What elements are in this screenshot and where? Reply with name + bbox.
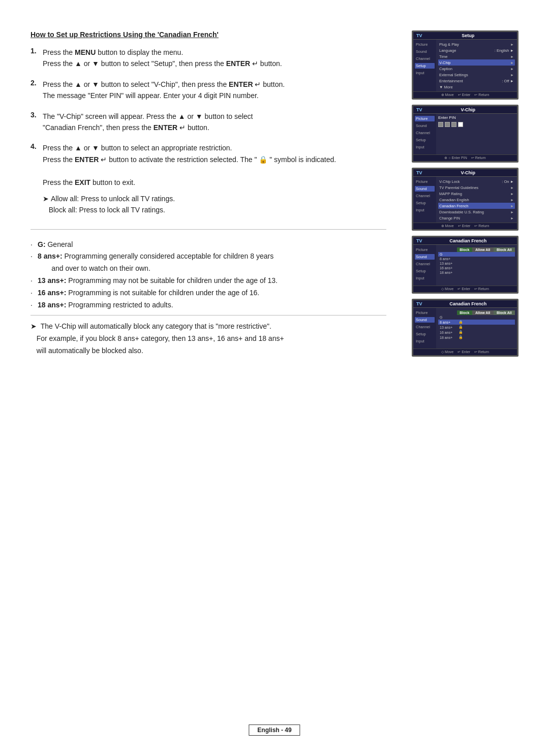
page-footer-box: English - 49: [249, 724, 300, 736]
cf-13-allow: [472, 261, 494, 266]
section-title: How to Set up Restrictions Using the 'Ca…: [30, 30, 386, 39]
menu-entertainment-label: Entertainment: [439, 79, 463, 83]
divider-note: G: General 8 ans+: Programming generally…: [30, 229, 386, 316]
tv-header-2: TV V-Chip: [413, 106, 517, 114]
sidebar-sound-5: Sound: [415, 317, 435, 323]
menu-entertainment-value: : Off ►: [502, 79, 514, 83]
cf2-8-allow: [472, 320, 494, 325]
tv-sidebar-5: Picture Sound Channel Setup Input: [413, 308, 436, 349]
cf2-row-g: G: [438, 315, 515, 320]
enter-pin-label: Enter PIN: [438, 115, 515, 120]
tv-footer-enter-5: ↵ Enter: [458, 350, 470, 354]
cf2-13-block: 🔒: [457, 325, 472, 330]
tv-footer-4: ◇ Move ↵ Enter ↩ Return: [413, 286, 517, 292]
tv-label-2: TV: [416, 107, 422, 112]
sidebar-setup-3: Setup: [415, 200, 435, 206]
enter-symbol-3: ↵: [179, 123, 186, 132]
cf-g-block: [457, 252, 472, 257]
tv-sidebar-3: Picture Sound Channel Setup Input: [413, 177, 436, 223]
menu-caption-arrow: ►: [510, 67, 514, 71]
bullet-list: G: General 8 ans+: Programming generally…: [30, 239, 386, 311]
tv-body-3: Picture Sound Channel Setup Input V-Chip…: [413, 177, 517, 223]
cf-13-label: 13 ans+: [438, 261, 457, 266]
enter-bold-3: ENTER: [154, 123, 177, 132]
menu-caption-label: Caption: [439, 67, 452, 71]
sidebar-picture-2: Picture: [415, 116, 435, 121]
sidebar-sound-3: Sound: [415, 186, 435, 192]
sidebar-channel-2: Channel: [415, 130, 435, 136]
sidebar-setup-2: Setup: [415, 137, 435, 143]
tv-footer-2: ⊕ ○ Enter PIN ↩ Return: [413, 154, 517, 161]
menu-vchip-label: V-Chip: [439, 60, 451, 65]
tv-footer-return-3: ↩ Return: [474, 224, 489, 228]
cf2-18-block: 🔒: [457, 335, 472, 340]
tv-screen-pin: TV V-Chip Picture Sound Channel Setup In…: [412, 105, 518, 163]
cf2-13-allow: [472, 325, 494, 330]
cf2-18-allow: [472, 335, 494, 340]
menu-downloadable: Downloadable U.S. Rating ►: [438, 209, 515, 215]
menu-canadian-english-label: Canadian English: [439, 198, 469, 202]
sidebar-channel-5: Channel: [415, 324, 435, 330]
cf-16-blockall: [494, 266, 515, 270]
tv-label-4: TV: [416, 238, 422, 243]
cf-8-block: [457, 257, 472, 261]
sidebar-setup-5: Setup: [415, 331, 435, 337]
menu-time-arrow: ►: [510, 55, 514, 58]
cf-18-allow: [472, 270, 494, 275]
tv-footer-5: ◇ Move ↵ Enter ↩ Return: [413, 349, 517, 355]
sidebar-channel-3: Channel: [415, 193, 435, 199]
cf2-col-allow-all: Allow All: [472, 310, 494, 315]
cf2-g-block: [457, 315, 472, 320]
menu-mapp-arrow: ►: [510, 192, 514, 196]
tv-footer-return-2: ↩ Return: [471, 156, 486, 160]
cf-row-16: 16 ans+: [438, 266, 515, 270]
cf2-16-allow: [472, 330, 494, 335]
tv-screen-setup: TV Setup Picture Sound Channel Setup Inp…: [412, 30, 518, 100]
tv-label-1: TV: [416, 33, 422, 38]
tv-title-2: V-Chip: [461, 107, 476, 112]
menu-external-arrow: ►: [510, 73, 514, 77]
menu-canadian-french-arrow: ►: [510, 204, 514, 208]
cf2-row-16: 16 ans+ 🔒: [438, 330, 515, 335]
tv-header-5: TV Canadian French: [413, 300, 517, 308]
tv-main-2: Enter PIN: [436, 114, 517, 154]
allow-note: ➤Allow all: Press to unlock all TV ratin…: [43, 193, 386, 216]
cf2-g-allow: [472, 315, 494, 320]
cf2-col-block: Block: [457, 310, 472, 315]
cf2-g-label: G: [438, 315, 457, 320]
menu-plug-play-label: Plug & Play: [439, 42, 459, 47]
cf2-row-8: 8 ans+ 🔒: [438, 320, 515, 325]
tv-sidebar-1: Picture Sound Channel Setup Input: [413, 40, 436, 91]
sidebar-picture-1: Picture: [415, 42, 435, 47]
enter-symbol-4: ↵: [101, 155, 107, 164]
cf-col-allow-all: Allow All: [472, 247, 494, 252]
tv-footer-1: ⊕ Move ↵ Enter ↩ Return: [413, 91, 517, 98]
bullet-13: 13 ans+: Programming may not be suitable…: [30, 275, 386, 287]
left-column: How to Set up Restrictions Using the 'Ca…: [30, 30, 391, 357]
tv-body-1: Picture Sound Channel Setup Input Plug &…: [413, 40, 517, 91]
tv-screen-cf2: TV Canadian French Picture Sound Channel…: [412, 299, 518, 357]
cf-13-blockall: [494, 261, 515, 266]
pin-box-3: [451, 122, 456, 127]
footer-text: English - 49: [257, 727, 291, 734]
menu-change-pin: Change PIN ►: [438, 215, 515, 221]
menu-entertainment: Entertainment : Off ►: [438, 78, 515, 84]
step-4: 4. Press the ▲ or ▼ button to select an …: [30, 142, 386, 219]
sidebar-channel-4: Channel: [415, 261, 435, 267]
step-1-number: 1.: [30, 47, 39, 70]
menu-time-label: Time: [439, 54, 447, 59]
tv-main-4: Block Allow All Block All G: [436, 245, 517, 286]
cf-16-label: 16 ans+: [438, 266, 457, 270]
tv-title-4: Canadian French: [449, 238, 486, 243]
cf2-row-18: 18 ans+ 🔒: [438, 335, 515, 340]
tv-footer-return-4: ↩ Return: [474, 287, 489, 291]
cf2-col-block-all: Block All: [494, 310, 515, 315]
menu-external: External Settings ►: [438, 72, 515, 78]
bullet-16: 16 ans+: Programming is not suitable for…: [30, 287, 386, 299]
pin-boxes: [438, 122, 515, 127]
cf-13-block: [457, 261, 472, 266]
menu-language-value: : English ►: [495, 48, 514, 53]
cf2-col-rating: [438, 310, 457, 315]
tv-screen-vchip-menu: TV V-Chip Picture Sound Channel Setup In…: [412, 168, 518, 231]
cf2-g-blockall: [494, 315, 515, 320]
